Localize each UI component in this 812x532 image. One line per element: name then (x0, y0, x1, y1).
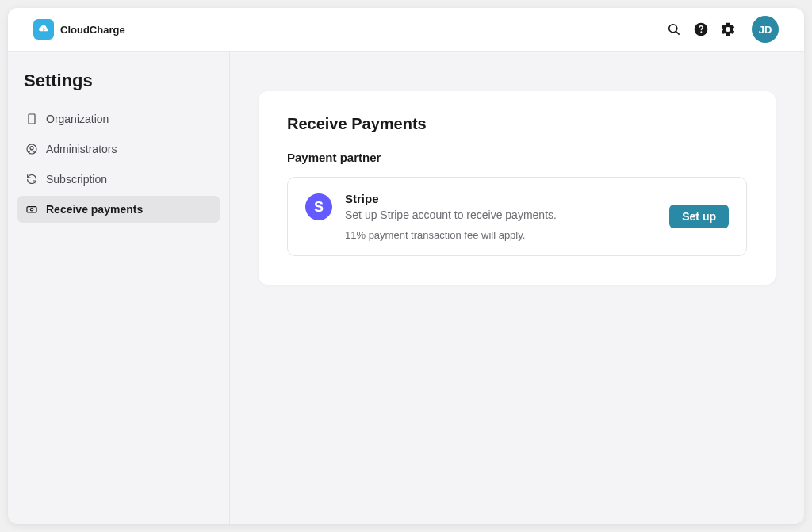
sidebar-item-label: Subscription (46, 173, 107, 186)
sidebar-item-administrators[interactable]: Administrators (17, 136, 220, 163)
partner-description: Set up Stripe account to receive payment… (345, 209, 657, 221)
avatar[interactable]: JD (752, 16, 779, 43)
svg-point-11 (27, 144, 36, 154)
sidebar: Settings Organization Administrators (8, 52, 230, 524)
svg-rect-4 (29, 114, 35, 124)
svg-point-3 (700, 31, 702, 33)
building-icon (25, 113, 38, 125)
gear-icon[interactable] (720, 21, 736, 37)
avatar-initials: JD (759, 24, 772, 36)
refresh-icon (25, 173, 38, 186)
svg-point-0 (669, 25, 677, 33)
sidebar-item-label: Administrators (46, 143, 117, 155)
sidebar-item-receive-payments[interactable]: Receive payments (17, 196, 220, 223)
partner-card-stripe: S Stripe Set up Stripe account to receiv… (287, 177, 747, 256)
search-icon[interactable] (666, 21, 682, 37)
body: Settings Organization Administrators (8, 52, 804, 524)
money-icon (25, 203, 38, 216)
brand-logo-icon (33, 19, 54, 40)
partner-note: 11% payment transaction fee will apply. (345, 229, 657, 241)
sidebar-item-subscription[interactable]: Subscription (17, 166, 220, 193)
sidebar-title: Settings (17, 71, 220, 105)
set-up-button[interactable]: Set up (669, 205, 729, 228)
topbar: CloudCharge J (8, 8, 804, 52)
help-icon[interactable] (693, 21, 709, 37)
app-window: CloudCharge J (8, 8, 804, 524)
top-actions: JD (666, 16, 779, 43)
brand[interactable]: CloudCharge (33, 19, 125, 40)
svg-point-12 (30, 147, 33, 150)
user-icon (25, 143, 38, 155)
stripe-logo-icon: S (305, 193, 332, 220)
sidebar-item-label: Organization (46, 113, 109, 125)
sidebar-item-organization[interactable]: Organization (17, 105, 220, 132)
brand-name: CloudCharge (60, 24, 125, 36)
svg-rect-13 (27, 207, 36, 212)
section-title: Payment partner (287, 151, 747, 164)
main: Receive Payments Payment partner S Strip… (230, 52, 804, 524)
svg-line-1 (676, 32, 680, 35)
svg-point-14 (30, 209, 33, 211)
sidebar-item-label: Receive payments (46, 203, 143, 216)
receive-payments-card: Receive Payments Payment partner S Strip… (259, 91, 776, 285)
page-title: Receive Payments (287, 115, 747, 133)
partner-body: Stripe Set up Stripe account to receive … (345, 192, 657, 241)
partner-name: Stripe (345, 192, 657, 205)
